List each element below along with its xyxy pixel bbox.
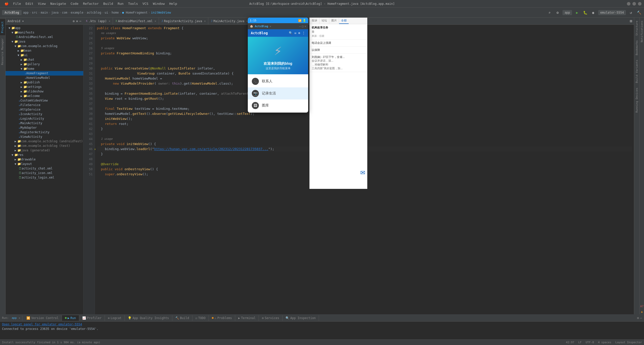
notifications-tab[interactable]: Notifications (639, 19, 644, 44)
bc-java[interactable]: java (51, 11, 59, 14)
bottom-tab-version-control[interactable]: 🔀 Version Control (23, 315, 62, 321)
menu-vcs[interactable]: VCS (140, 1, 150, 6)
tree-activity-login[interactable]: 🗒 activity_login.xml (6, 175, 83, 180)
menu-help[interactable]: Help (167, 1, 179, 6)
menu-run[interactable]: Run (116, 1, 126, 6)
menu-item-gallery[interactable]: 🖼 图库 (248, 99, 308, 112)
tree-publish[interactable]: ▶ 📁 publish (6, 80, 83, 85)
app-more-icon[interactable]: ⋮ (302, 31, 305, 35)
structure-tab[interactable]: Structure (634, 19, 639, 38)
tree-androidtest[interactable]: ▶ 📁 com.example.actcblog (androidTest) (6, 139, 83, 144)
sync-icon[interactable]: ↺ (628, 10, 634, 16)
profile-button[interactable]: ◉ (590, 10, 596, 16)
bc-example[interactable]: example (71, 11, 84, 14)
run-configuration[interactable]: app (562, 10, 572, 15)
menu-edit[interactable]: Edit (23, 1, 35, 6)
logcat-link[interactable]: Open logcat panel for emulator emulator-… (2, 323, 82, 326)
menu-item-contact[interactable]: 📞 联系人 (248, 75, 308, 87)
actcblog-tab[interactable]: ActcBlog (255, 25, 268, 28)
menu-build[interactable]: Build (101, 1, 115, 6)
bottom-tab-logcat[interactable]: ≡ Logcat (105, 315, 125, 321)
tree-app[interactable]: ▼ 📁 app (6, 26, 83, 30)
tab-register-close[interactable]: ✕ (204, 20, 206, 22)
tree-loginactivity[interactable]: ☕ LoginActivity (6, 116, 83, 121)
tree-activity-chat[interactable]: 🗒 activity_chat.xml (6, 166, 83, 171)
emulator-maximize[interactable]: □ (302, 25, 304, 28)
menu-navigate[interactable]: Navigate (48, 1, 68, 6)
resource-manager-tab[interactable]: Resource Manager (0, 36, 5, 67)
tree-settings[interactable]: ▶ 📁 settings (6, 85, 83, 89)
line-separator[interactable]: LF (578, 341, 582, 344)
bottom-tab-run[interactable]: ▶ Run (62, 315, 79, 321)
maximize-button[interactable] (632, 2, 636, 6)
run-button[interactable]: ▶ (574, 10, 580, 16)
tree-mainactivity[interactable]: ☕ MainActivity (6, 121, 83, 125)
tree-homeviewmodel[interactable]: ☕ HomeViewModel (6, 76, 83, 80)
tree-viewactivity[interactable]: ☕ ViewActivity (6, 134, 83, 139)
tree-chat[interactable]: ▶ 📁 chat (6, 57, 83, 62)
tree-myadapter[interactable]: ☕ MyAdapter (6, 125, 83, 130)
menu-window[interactable]: Window (151, 1, 167, 6)
tree-drawable[interactable]: ▶ 📁 drawable (6, 157, 83, 162)
tree-layout[interactable]: ▼ 📁 layout (6, 162, 83, 166)
minimize-button[interactable] (627, 2, 630, 6)
bc-src[interactable]: src (32, 11, 37, 14)
news-tab-forum[interactable]: 论坛 (319, 18, 329, 24)
tab-manifest-close[interactable]: ✕ (155, 20, 156, 22)
bottom-tab-todo[interactable]: ☑ TODO (192, 315, 209, 321)
tree-manifests[interactable]: ▼ 📁 manifests (6, 30, 83, 35)
tab-mainactivity[interactable]: J MainActivity.java ✕ (208, 18, 251, 25)
bookmarks-tab[interactable]: Bookmarks (634, 38, 639, 57)
tab-registeractivity[interactable]: J RegisterActivity.java ✕ (159, 18, 209, 25)
tree-gallery[interactable]: ▶ 📁 gallery (6, 62, 83, 66)
bottom-tab-build[interactable]: 🔨 Build (172, 315, 192, 321)
tree-res[interactable]: ▼ 📁 res (6, 153, 83, 157)
close-run-icon[interactable]: ✕ (18, 317, 21, 319)
tree-java[interactable]: ▼ 📁 java (6, 39, 83, 44)
tree-bean[interactable]: ▶ 📁 bean (6, 48, 83, 53)
gear-icon[interactable]: ⚙ (637, 316, 639, 320)
bottom-tab-services[interactable]: ⚙ Services (259, 315, 283, 321)
tab-androidmanifest[interactable]: X AndroidManifest.xml ✕ (113, 18, 159, 25)
app-mail-icon[interactable]: ✉ (295, 31, 296, 35)
tree-fileservice[interactable]: ☕ FileService (6, 103, 83, 107)
tree-customvideoview[interactable]: ☕ CustomVideoView (6, 98, 83, 103)
bottom-tab-appquality[interactable]: 💡 App Quality Insights (125, 315, 172, 321)
menu-file[interactable]: File (11, 1, 23, 6)
tree-test[interactable]: ▶ 📁 com.example.actcblog (test) (6, 144, 83, 148)
bc-actcblog[interactable]: actcblog (87, 11, 101, 14)
settings-icon[interactable]: ⚙ (554, 10, 560, 16)
bc-initwebview[interactable]: initWebView (151, 11, 171, 14)
tab-kts-close[interactable]: ✕ (109, 20, 110, 22)
build-variants-tab[interactable]: Build Variants (634, 58, 639, 85)
cursor-position[interactable]: 42:97 (566, 341, 574, 344)
tree-java-generated[interactable]: ▶ 📁 java (generated) (6, 148, 83, 153)
bottom-tab-appinspection[interactable]: 🔍 App Inspection (283, 315, 319, 321)
tree-home[interactable]: ▼ 📁 home (6, 66, 83, 71)
bc-ui[interactable]: ui (105, 11, 108, 14)
app-settings-icon[interactable]: ⚙ (298, 31, 300, 35)
bc-app[interactable]: app (23, 11, 29, 14)
project-collapse-icon[interactable]: ≡ (76, 19, 78, 23)
menu-item-record[interactable]: 📷 记录生活 (248, 87, 308, 99)
tree-iconactivity[interactable]: ☕ IconActivity (6, 112, 83, 116)
layout-inspector-btn[interactable]: Layout Inspector (615, 341, 642, 344)
tree-httpservice[interactable]: ☕ HttpService (6, 107, 83, 112)
menu-view[interactable]: View (36, 1, 48, 6)
news-tab-vote[interactable]: 投诉 (310, 18, 319, 24)
project-tab[interactable]: Project (0, 19, 5, 36)
tree-androidmanifest[interactable]: 🗒 AndroidManifest.xml (6, 35, 83, 39)
menu-apple[interactable]: 🍎 (3, 1, 11, 6)
android-dropdown[interactable]: Android ▾ (8, 19, 24, 23)
news-tab-all[interactable]: 全都 (339, 18, 349, 24)
menu-refactor[interactable]: Refactor (81, 1, 101, 6)
close-button[interactable] (638, 2, 641, 6)
indent-setting[interactable]: 4 spaces (598, 341, 611, 344)
bottom-tab-problems[interactable]: ⚠ Problems (209, 315, 235, 321)
make-project-icon[interactable]: 🔨 (636, 10, 642, 16)
tree-welcome[interactable]: ▶ 📁 welcome (6, 94, 83, 98)
project-more-icon[interactable]: ⋯ (79, 19, 81, 23)
tree-homefragment[interactable]: ☕ HomeFragment (6, 71, 83, 76)
emulator-minimize[interactable]: — (299, 25, 301, 28)
emulator-close[interactable]: ✕ (304, 25, 306, 28)
